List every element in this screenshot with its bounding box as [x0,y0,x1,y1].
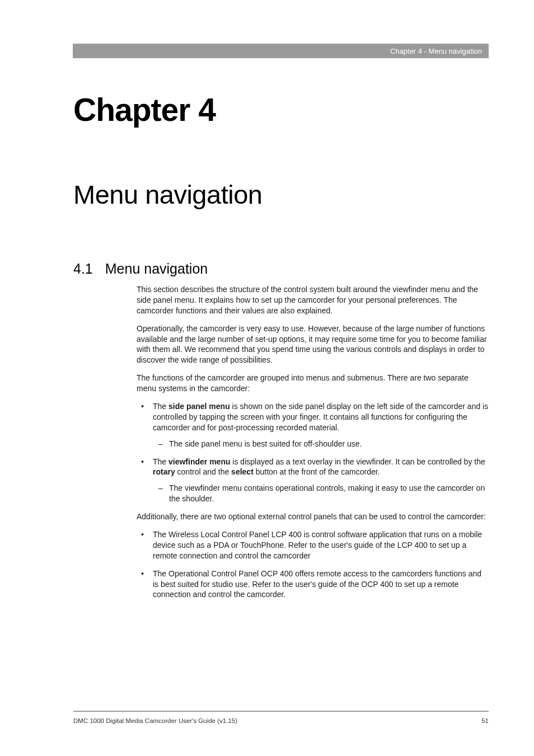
sub-list-item: The side panel menu is best suited for o… [153,439,489,449]
bullet-list: The side panel menu is shown on the side… [137,401,489,504]
chapter-title: Chapter 4 [73,91,216,128]
section-title: Menu navigation [105,261,208,276]
list-item: The viewfinder menu is displayed as a te… [137,457,489,505]
bold-text: side panel menu [168,402,230,411]
text: The [153,457,168,466]
sub-list: The side panel menu is best suited for o… [153,439,489,449]
paragraph: Operationally, the camcorder is very eas… [137,323,489,366]
text: control and the [175,467,231,476]
page-number: 51 [481,717,489,724]
list-item: The Wireless Local Control Panel LCP 400… [137,529,489,561]
sub-list-item: The viewfinder menu contains operational… [153,483,489,504]
paragraph: The functions of the camcorder are group… [137,373,489,394]
bullet-list: The Wireless Local Control Panel LCP 400… [137,529,489,600]
footer-divider [73,711,489,712]
doc-title: DMC 1000 Digital Media Camcorder User's … [73,717,237,724]
footer-text: DMC 1000 Digital Media Camcorder User's … [73,717,489,724]
text: is displayed as a text overlay in the vi… [230,457,485,466]
section-header: 4.1Menu navigation [73,261,208,277]
text: button at the front of the camcorder. [254,467,380,476]
page-title: Menu navigation [73,179,262,210]
body-content: This section describes the structure of … [137,284,489,607]
sub-list: The viewfinder menu contains operational… [153,483,489,504]
bold-text: viewfinder menu [168,457,230,466]
breadcrumb: Chapter 4 - Menu navigation [390,47,482,55]
text: The [153,402,168,411]
bold-text: rotary [153,467,175,476]
paragraph: This section describes the structure of … [137,284,489,316]
header-bar: Chapter 4 - Menu navigation [73,44,489,58]
bold-text: select [231,467,254,476]
list-item: The side panel menu is shown on the side… [137,401,489,449]
paragraph: Additionally, there are two optional ext… [137,511,489,522]
list-item: The Operational Control Panel OCP 400 of… [137,569,489,600]
footer: DMC 1000 Digital Media Camcorder User's … [73,711,489,724]
section-number: 4.1 [73,261,93,277]
